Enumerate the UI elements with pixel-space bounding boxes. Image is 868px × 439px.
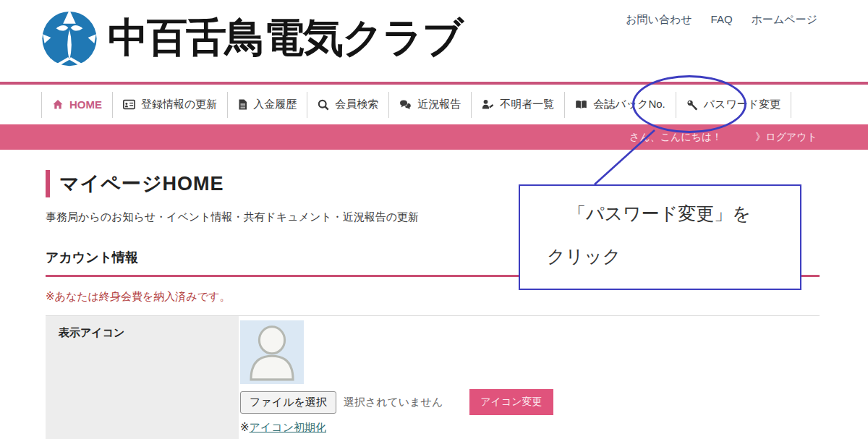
- greeting-text: さん、こんにちは！: [629, 131, 722, 144]
- user-bar: さん、こんにちは！ 》ログアウト: [0, 124, 868, 150]
- club-emblem-icon: [41, 7, 98, 68]
- nav-item-payment-history[interactable]: 入金履歴: [227, 92, 307, 118]
- site-header: 中百舌鳥電気クラブ お問い合わせ FAQ ホームページ: [0, 0, 868, 82]
- page-title: マイページHOME: [59, 171, 224, 197]
- annotation-text-line1: 「パスワード変更」を: [568, 202, 800, 226]
- nav-item-status-report[interactable]: 近況報告: [388, 92, 471, 118]
- nav-item-label: 近況報告: [417, 98, 461, 111]
- reset-prefix: ※: [240, 421, 250, 433]
- search-icon: [318, 99, 329, 111]
- file-input-row: ファイルを選択 選択されていません アイコン変更: [240, 389, 820, 415]
- nav-item-label: 会誌バックNo.: [593, 98, 665, 111]
- nav-item-registration-update[interactable]: 登録情報の更新: [112, 92, 227, 118]
- nav-item-label: パスワード変更: [704, 98, 780, 111]
- annotation-text-line2: クリック: [547, 244, 800, 268]
- nav-item-password-change[interactable]: パスワード変更: [676, 92, 791, 118]
- logout-link[interactable]: 》ログアウト: [755, 131, 817, 144]
- key-icon: [686, 99, 698, 111]
- id-card-icon: [123, 99, 135, 110]
- book-icon: [575, 99, 587, 110]
- nav-item-member-search[interactable]: 会員検索: [307, 92, 388, 118]
- contact-link[interactable]: お問い合わせ: [626, 13, 692, 27]
- nav-item-label: 会員検索: [335, 98, 378, 111]
- annotation-callout-box: 「パスワード変更」を クリック: [519, 184, 801, 290]
- title-accent-bar: [46, 170, 50, 197]
- membership-notice: ※あなたは終身会費を納入済みです。: [46, 290, 820, 304]
- site-title: 中百舌鳥電気クラブ: [108, 17, 462, 58]
- icon-change-button[interactable]: アイコン変更: [469, 389, 553, 415]
- homepage-link[interactable]: ホームページ: [752, 13, 817, 27]
- avatar: [240, 320, 304, 384]
- main-nav: HOME 登録情報の更新 入金履歴 会員検索 近況報告: [0, 85, 868, 124]
- comments-icon: [399, 99, 412, 110]
- nav-item-journal-back-numbers[interactable]: 会誌バックNo.: [564, 92, 675, 118]
- icon-reset-link[interactable]: アイコン初期化: [250, 421, 326, 433]
- utility-links: お問い合わせ FAQ ホームページ: [626, 13, 817, 27]
- site-logo[interactable]: 中百舌鳥電気クラブ: [41, 7, 462, 68]
- file-status-text: 選択されていません: [344, 396, 443, 409]
- account-info-table: 表示アイコン ファイルを選択 選択されていません アイコン変更 ※アイコン初期化: [46, 315, 820, 439]
- nav-item-label: 登録情報の更新: [141, 98, 217, 111]
- nav-item-label: 不明者一覧: [500, 98, 554, 111]
- display-icon-row-label: 表示アイコン: [46, 316, 239, 439]
- nav-item-home[interactable]: HOME: [41, 92, 112, 118]
- file-select-button[interactable]: ファイルを選択: [240, 391, 336, 414]
- nav-item-label: 入金履歴: [253, 98, 297, 111]
- icon-reset-row: ※アイコン初期化: [240, 421, 820, 435]
- nav-item-missing-members[interactable]: 不明者一覧: [471, 92, 564, 118]
- faq-link[interactable]: FAQ: [711, 13, 733, 27]
- user-edit-icon: [482, 99, 494, 110]
- nav-item-label: HOME: [69, 98, 102, 111]
- home-icon: [52, 99, 64, 110]
- document-icon: [238, 99, 247, 110]
- display-icon-row-value: ファイルを選択 選択されていません アイコン変更 ※アイコン初期化: [239, 316, 820, 439]
